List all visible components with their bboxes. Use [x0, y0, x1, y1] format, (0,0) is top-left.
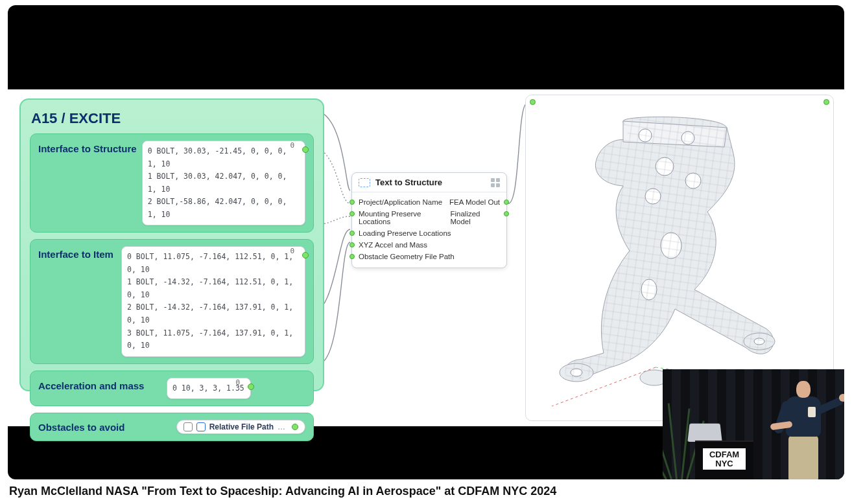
node-input-label: Project/Application Name: [359, 198, 442, 206]
podium-sign-line2: NYC: [715, 459, 733, 468]
code-card-structure[interactable]: 0 0 BOLT, 30.03, -21.45, 0, 0, 0, 1, 10 …: [142, 141, 305, 225]
code-card-accel[interactable]: 0 0 10, 3, 3, 1.35: [167, 378, 251, 400]
header-index: 0: [290, 140, 294, 152]
output-port-icon[interactable]: [292, 424, 298, 430]
grid-menu-icon[interactable]: [491, 178, 500, 187]
section-label: Acceleration and mass: [38, 378, 161, 391]
speaker-video-pip: CDFAM NYC: [663, 369, 844, 479]
code-row: 1 BOLT, -14.32, -7.164, 112.51, 0, 1, 0,…: [127, 276, 300, 301]
input-port-icon[interactable]: [349, 200, 355, 205]
section-obstacles: Obstacles to avoid Relative File Path …: [30, 413, 314, 441]
node-title: Text to Structure: [375, 178, 442, 187]
video-frame: A15-EXCITE A15 / EXCITE Interface to Str…: [8, 5, 844, 479]
input-port-icon[interactable]: [349, 211, 355, 216]
code-row: 0 BOLT, 11.075, -7.164, 112.51, 0, 1, 0,…: [127, 251, 300, 276]
node-input-label: XYZ Accel and Mass: [359, 241, 427, 249]
node-input-label: Mounting Preserve Locations: [359, 210, 450, 225]
code-row: 2 BOLT,-58.86, 42.047, 0, 0, 0, 1, 10: [148, 196, 300, 221]
section-interface-item: Interface to Item 0 0 BOLT, 11.075, -7.1…: [30, 239, 314, 363]
output-port-icon[interactable]: [504, 200, 509, 205]
output-port-icon[interactable]: [504, 211, 509, 216]
speaker-figure: [774, 376, 833, 479]
laptop: [687, 424, 722, 442]
header-index: 0: [235, 377, 240, 389]
input-port-icon[interactable]: [530, 99, 536, 105]
file-path-pill[interactable]: Relative File Path …: [176, 420, 305, 434]
header-index: 0: [290, 246, 294, 258]
node-output-label: FEA Model Out: [449, 198, 500, 206]
output-port-icon[interactable]: [248, 384, 254, 390]
node-port-row: XYZ Accel and Mass: [359, 239, 500, 251]
node-port-row: Obstacle Geometry File Path: [359, 251, 500, 262]
output-port-icon[interactable]: [302, 252, 309, 258]
code-row: 0 BOLT, 30.03, -21.45, 0, 0, 0, 1, 10: [148, 145, 300, 170]
list-icon: [183, 422, 193, 431]
podium-sign: CDFAM NYC: [703, 448, 746, 470]
section-interface-structure: Interface to Structure 0 0 BOLT, 30.03, …: [30, 133, 314, 233]
code-row: 0 10, 3, 3, 1.35: [172, 382, 245, 395]
node-type-icon: [359, 178, 370, 187]
file-icon: [196, 422, 206, 431]
section-label: Interface to Item: [38, 246, 116, 260]
output-port-icon[interactable]: [302, 146, 309, 153]
node-port-row: Mounting Preserve Locations Finalized Mo…: [359, 208, 500, 227]
node-input-label: Loading Preserve Locations: [359, 229, 451, 237]
node-header[interactable]: Text to Structure: [352, 173, 506, 192]
code-row: 3 BOLT, 11.075, -7.164, 137.91, 0, 1, 0,…: [127, 327, 300, 352]
section-label: Interface to Structure: [38, 141, 137, 154]
code-card-item[interactable]: 0 0 BOLT, 11.075, -7.164, 112.51, 0, 1, …: [121, 246, 305, 356]
panel-title: A15 / EXCITE: [31, 110, 313, 127]
section-acceleration-mass: Acceleration and mass 0 0 10, 3, 3, 1.35: [30, 371, 314, 407]
node-port-row: Loading Preserve Locations: [359, 227, 500, 239]
port-dot-icon: [823, 99, 829, 105]
input-port-icon[interactable]: [349, 231, 355, 236]
node-body: Project/Application Name FEA Model Out M…: [352, 192, 506, 268]
node-text-to-structure[interactable]: Text to Structure Project/Application Na…: [351, 172, 507, 268]
parameters-panel: A15 / EXCITE Interface to Structure 0 0 …: [19, 98, 324, 391]
node-port-row: Project/Application Name FEA Model Out: [359, 196, 500, 208]
node-input-label: Obstacle Geometry File Path: [359, 253, 455, 260]
video-caption: Ryan McClelland NASA "From Text to Space…: [8, 485, 844, 498]
podium: CDFAM NYC: [695, 441, 753, 479]
input-port-icon[interactable]: [349, 242, 355, 247]
input-port-icon[interactable]: [349, 254, 355, 259]
node-output-label: Finalized Model: [450, 210, 500, 225]
code-row: 2 BOLT, -14.32, -7.164, 137.91, 0, 1, 0,…: [127, 301, 300, 326]
section-label: Obstacles to avoid: [38, 422, 129, 433]
file-path-label: Relative File Path: [209, 422, 274, 431]
code-row: 1 BOLT, 30.03, 42.047, 0, 0, 0, 1, 10: [148, 170, 300, 196]
